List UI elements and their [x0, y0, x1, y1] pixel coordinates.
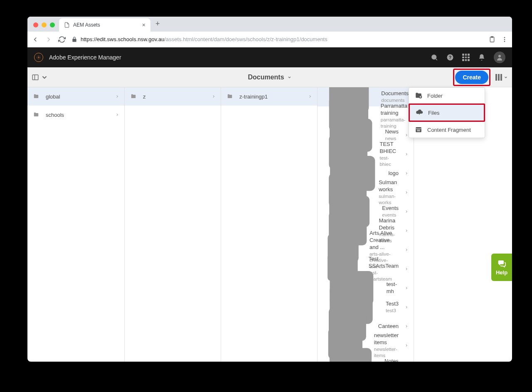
forward-icon[interactable]	[45, 36, 52, 43]
folder-item[interactable]: z	[125, 87, 221, 106]
dropdown-item-content-fragment[interactable]: Content Fragment	[409, 122, 485, 138]
permissions-icon[interactable]	[489, 36, 495, 43]
dropdown-label: Content Fragment	[427, 127, 471, 133]
column-3: z-trainingp1	[221, 87, 318, 362]
svg-point-5	[38, 57, 39, 58]
back-icon[interactable]	[32, 36, 39, 43]
rail-toggle[interactable]	[32, 74, 48, 81]
folder-item[interactable]: schools	[27, 106, 124, 124]
chevron-right-icon	[404, 284, 409, 292]
aem-logo[interactable]	[34, 53, 43, 62]
folder-label: Canteen	[378, 323, 399, 330]
folder-label: test-mh	[387, 281, 399, 295]
chat-icon	[497, 259, 507, 268]
create-button[interactable]: Create	[455, 71, 488, 84]
user-avatar[interactable]	[494, 52, 505, 63]
tab-bar: AEM Assets × +	[27, 17, 512, 32]
bell-icon[interactable]	[478, 54, 485, 61]
chevron-right-icon	[404, 361, 409, 362]
close-window-button[interactable]	[33, 22, 38, 27]
window-controls	[32, 22, 59, 32]
folder-label: global	[46, 94, 60, 100]
toolbar-right: Create	[453, 69, 508, 86]
folder-sublabel: parramatta-training	[381, 117, 409, 129]
chevron-right-icon	[404, 131, 409, 139]
folder-label: Notes	[384, 358, 399, 362]
svg-text:?: ?	[449, 55, 451, 60]
reload-icon[interactable]	[58, 36, 66, 43]
fragment-icon	[415, 126, 422, 133]
folder-label: schools	[46, 112, 64, 118]
cloud-upload-icon	[416, 109, 423, 116]
maximize-window-button[interactable]	[50, 22, 55, 27]
breadcrumb-label: Documents	[248, 74, 284, 81]
lock-icon	[71, 37, 77, 42]
folder-item[interactable]: Notesnotes	[318, 355, 414, 362]
address-bar: https://edit.sws.schools.nsw.gov.au/asse…	[27, 32, 512, 47]
browser-tab[interactable]: AEM Assets ×	[59, 18, 150, 32]
svg-point-3	[504, 39, 505, 40]
svg-point-4	[504, 41, 505, 42]
chevron-down-icon	[288, 75, 292, 79]
search-icon[interactable]	[431, 54, 438, 61]
folder-item[interactable]: global	[27, 87, 124, 106]
aem-header-right: ?	[431, 52, 505, 63]
chevron-right-icon	[404, 170, 409, 177]
page-icon	[64, 22, 70, 28]
action-toolbar: Documents Create	[27, 67, 512, 87]
menu-icon[interactable]	[501, 36, 508, 43]
files-highlight: Files	[409, 104, 485, 122]
create-highlight: Create	[453, 69, 490, 86]
folder-label: Marina Debris	[379, 217, 399, 232]
folder-label: z-trainingp1	[239, 94, 268, 100]
close-tab-icon[interactable]: ×	[142, 22, 145, 28]
chevron-right-icon	[404, 150, 409, 158]
url-path: /assets.html/content/dam/doe/sws/schools…	[164, 36, 327, 42]
dropdown-label: Files	[428, 110, 439, 116]
browser-right-icons	[489, 36, 508, 43]
view-switcher[interactable]	[495, 74, 508, 81]
column-view-icon	[495, 74, 502, 81]
svg-line-7	[436, 59, 437, 60]
column-2: z	[125, 87, 221, 362]
aem-title: Adobe Experience Manager	[49, 54, 121, 61]
chevron-right-icon	[404, 342, 409, 349]
folder-label: Test3	[386, 301, 399, 308]
dropdown-item-folder[interactable]: Folder	[409, 88, 485, 104]
url-host: https://edit.sws.schools.nsw.gov.au	[81, 36, 164, 42]
folder-label: Documents	[381, 90, 409, 97]
svg-point-2	[504, 37, 505, 38]
chevron-right-icon	[404, 246, 409, 254]
chevron-right-icon	[404, 323, 409, 330]
minimize-window-button[interactable]	[42, 22, 47, 27]
folder-label: Arts Alive Creative and ...	[369, 230, 399, 251]
chevron-right-icon	[404, 189, 409, 196]
url-bar[interactable]: https://edit.sws.schools.nsw.gov.au/asse…	[71, 36, 483, 42]
chevron-down-icon	[504, 75, 508, 79]
folder-sublabel: sulman-works	[379, 193, 399, 206]
chevron-right-icon	[404, 208, 409, 215]
svg-rect-14	[416, 127, 421, 132]
new-tab-button[interactable]: +	[150, 20, 165, 32]
dropdown-label: Folder	[427, 93, 443, 99]
help-icon[interactable]: ?	[446, 54, 454, 61]
dropdown-item-files[interactable]: Files	[410, 105, 484, 121]
apps-icon[interactable]	[462, 54, 470, 61]
chevron-right-icon	[308, 94, 312, 100]
chevron-right-icon	[404, 265, 409, 273]
chevron-right-icon	[115, 112, 119, 118]
chevron-right-icon	[404, 227, 409, 234]
breadcrumb[interactable]: Documents	[248, 74, 291, 81]
folder-item[interactable]: z-trainingp1	[221, 87, 317, 106]
chevron-right-icon	[115, 94, 119, 100]
create-dropdown: FolderFilesContent Fragment	[409, 87, 485, 138]
folder-plus-icon	[415, 92, 422, 99]
folder-label: z	[143, 94, 146, 100]
svg-point-10	[498, 55, 501, 57]
help-label: Help	[496, 269, 507, 276]
help-widget[interactable]: Help	[491, 254, 512, 281]
folder-label: Parramatta training	[381, 103, 409, 117]
svg-rect-11	[32, 75, 38, 80]
folder-label: News	[385, 128, 399, 136]
folder-label: logo	[388, 170, 399, 177]
